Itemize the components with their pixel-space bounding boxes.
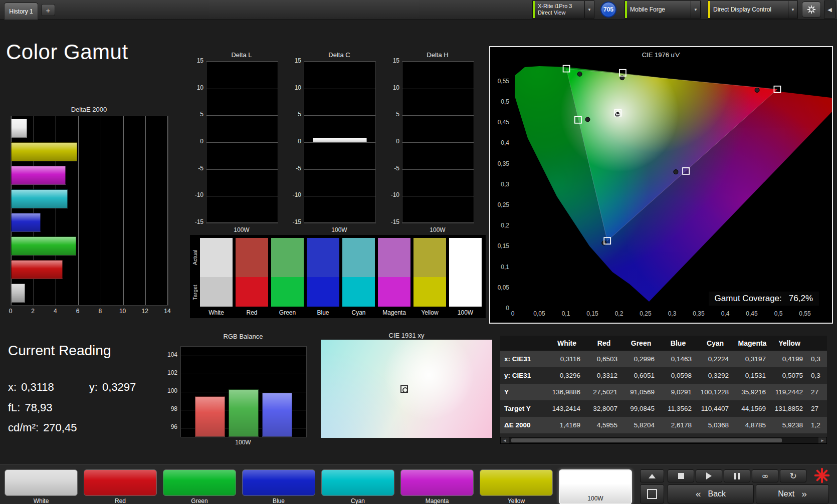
- table-row[interactable]: Target Y143,241432,800799,084511,3562110…: [500, 400, 827, 417]
- table-cell: 99,0845: [622, 400, 660, 417]
- table-cell: 4,8785: [734, 417, 771, 433]
- table-cell: 143,2414: [548, 400, 585, 417]
- play-button[interactable]: [696, 469, 722, 482]
- table-header-row: WhiteRedGreenBlueCyanMagentaYellow: [500, 336, 827, 351]
- table-row[interactable]: x: CIE310,31160,65030,29960,14630,22240,…: [500, 351, 827, 367]
- axis-tick: 0: [192, 138, 203, 145]
- table-cell: 131,8852: [771, 400, 808, 417]
- axis-tick: 10: [388, 84, 399, 91]
- column-header: Cyan: [697, 336, 734, 351]
- pattern-bar: ∞ ↻ « Back Next » WhiteRedGreenBlueCyanM…: [0, 464, 837, 504]
- back-label: Back: [708, 489, 726, 498]
- stop-button[interactable]: [668, 469, 694, 482]
- delta-l-plot-area: [206, 61, 278, 223]
- pattern-window-button[interactable]: [640, 484, 664, 503]
- pattern-swatch-magenta[interactable]: Magenta: [400, 469, 474, 504]
- gear-icon: [807, 5, 816, 14]
- meter-dropdown[interactable]: X-Rite i1Pro 3 Direct View ▼: [532, 1, 594, 19]
- axis-tick: 0,3: [668, 310, 677, 317]
- measured-point-green: [577, 72, 582, 76]
- gridline: [304, 142, 375, 143]
- pause-button[interactable]: [724, 469, 750, 482]
- x-axis-label: 100W: [304, 226, 375, 233]
- chevron-down-icon[interactable]: ▼: [691, 1, 700, 18]
- table-row[interactable]: y: CIE310,32960,33120,60510,05980,32920,…: [500, 367, 827, 384]
- chevron-down-icon[interactable]: ▼: [788, 1, 797, 18]
- fl-label: fL:: [8, 401, 20, 414]
- swatch-columns: WhiteRedGreenBlueCyanMagentaYellow100W: [200, 238, 482, 317]
- axis-tick: 15: [192, 57, 203, 64]
- expand-controls-button[interactable]: [640, 469, 664, 482]
- back-button[interactable]: « Back: [668, 484, 754, 503]
- axis-tick: -15: [192, 218, 203, 225]
- scroll-right-arrow-icon[interactable]: ►: [818, 437, 826, 443]
- refresh-button[interactable]: ↻: [780, 469, 806, 482]
- rgb-bar-green: [229, 389, 259, 437]
- table-row[interactable]: ΔE 20001,41694,59555,82042,61785,03684,8…: [500, 417, 827, 433]
- deltae-bar-blue: [11, 213, 41, 232]
- settings-button[interactable]: [802, 2, 821, 18]
- collapse-panel-button[interactable]: ◀: [824, 1, 835, 19]
- chart-title: DeltaE 2000: [11, 106, 167, 113]
- axis-tick: -15: [388, 218, 399, 225]
- pattern-swatch-blue[interactable]: Blue: [242, 469, 315, 504]
- chevron-down-icon[interactable]: ▼: [584, 1, 594, 18]
- source-dropdown[interactable]: Mobile Forge ▼: [624, 1, 701, 19]
- display-control-dropdown[interactable]: Direct Display Control ▼: [708, 1, 798, 19]
- pattern-swatch-red[interactable]: Red: [84, 469, 157, 504]
- row-label: Y: [500, 384, 548, 400]
- play-icon: [706, 472, 712, 479]
- pattern-color: [242, 469, 315, 496]
- table-cell: 44,1569: [734, 400, 771, 417]
- pattern-label: Green: [163, 497, 236, 504]
- top-bar: History 1 + X-Rite i1Pro 3 Direct View ▼…: [0, 0, 837, 20]
- delta-h-chart: Delta H 151050-5-10-15 100W: [388, 51, 476, 235]
- swatch-label: Red: [236, 309, 268, 317]
- pattern-label: White: [5, 497, 78, 504]
- cd-value: 270,45: [43, 421, 77, 434]
- pattern-swatch-green[interactable]: Green: [163, 469, 236, 504]
- current-reading-xy: x: 0,3118 y: 0,3297: [8, 381, 136, 394]
- axis-tick: 104: [166, 351, 177, 358]
- gridline: [304, 222, 375, 223]
- gridline: [206, 169, 278, 170]
- y-axis-labels: 151050-5-10-15: [290, 61, 302, 222]
- chart-title: RGB Balance: [180, 333, 306, 340]
- target-swatch: [378, 277, 410, 307]
- table-cell: 27,5021: [585, 384, 622, 400]
- swatch-column-white: White: [200, 238, 233, 317]
- pattern-swatch-yellow[interactable]: Yellow: [480, 469, 553, 504]
- table-row[interactable]: ΔE ITP3,442125,910432,771415,089017,4514…: [500, 433, 827, 437]
- table-row[interactable]: Y136,988627,502191,05699,0291100,122835,…: [500, 384, 827, 400]
- next-button[interactable]: Next »: [756, 484, 829, 503]
- axis-tick: -5: [192, 165, 203, 172]
- axis-tick: 0,15: [586, 310, 598, 317]
- scroll-left-arrow-icon[interactable]: ◄: [501, 437, 509, 443]
- axis-tick: 14: [161, 308, 173, 315]
- axis-tick: 0: [511, 310, 515, 317]
- deltae-bar-100w: [11, 284, 25, 303]
- table-horizontal-scrollbar[interactable]: ◄ ►: [500, 437, 827, 444]
- gridline: [402, 62, 474, 62]
- add-tab-button[interactable]: +: [41, 4, 55, 16]
- table-cell: 17,4514: [697, 433, 734, 437]
- loop-button[interactable]: ∞: [752, 469, 778, 482]
- scrollbar-thumb[interactable]: [511, 438, 782, 442]
- column-header: White: [548, 336, 585, 351]
- pattern-swatch-white[interactable]: White: [5, 469, 78, 504]
- table-cell: 0,2224: [697, 351, 734, 367]
- gridline: [402, 222, 474, 223]
- display-dropdown-label: Direct Display Control: [710, 1, 788, 18]
- axis-tick: 0,1: [501, 264, 509, 271]
- chevron-left-icon: ◀: [827, 7, 831, 13]
- swatch-label: Magenta: [378, 309, 410, 317]
- history-tab[interactable]: History 1: [4, 3, 38, 20]
- target-swatch: [307, 277, 339, 307]
- gridline: [123, 116, 124, 305]
- pattern-swatch-100w[interactable]: 100W: [559, 469, 632, 504]
- source-dropdown-label: Mobile Forge: [627, 1, 691, 18]
- pattern-swatch-cyan[interactable]: Cyan: [321, 469, 394, 504]
- axis-tick: 0,45: [746, 310, 758, 317]
- cie1931-panel: CIE 1931 xy: [321, 332, 492, 440]
- table-cell: 0,1531: [734, 367, 771, 384]
